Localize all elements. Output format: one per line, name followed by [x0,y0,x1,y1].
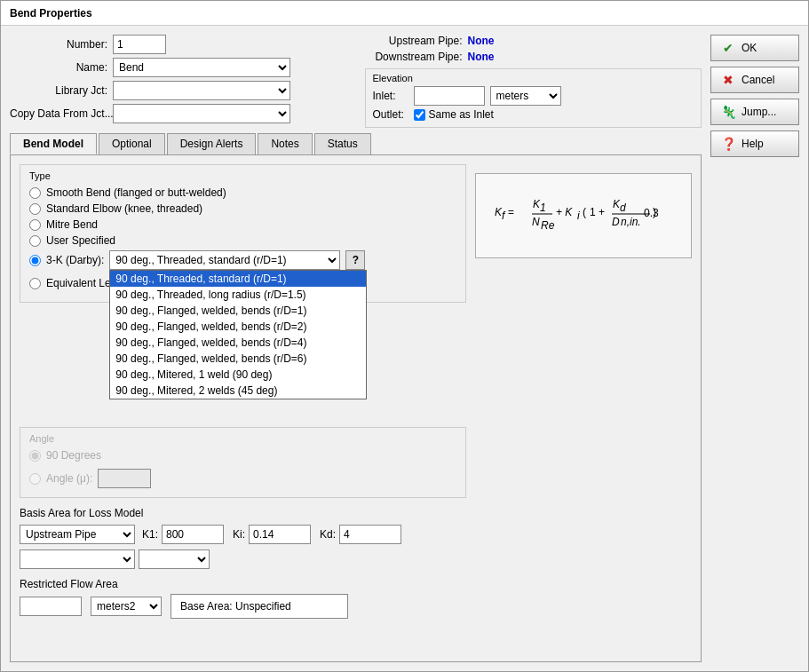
dropdown-item-7[interactable]: 90 deg., Mitered, 2 welds (45 deg) [110,383,366,399]
svg-text:(: ( [583,206,586,218]
library-jct-select[interactable] [113,81,290,100]
base-area-text: Base Area: Unspecified [180,600,291,613]
k1-field: K1: [142,525,224,544]
window: Bend Properties Number: Name: Bend [0,0,809,672]
main-area: Number: Name: Bend Library Jct: [10,35,702,662]
svg-text:): ) [653,206,656,218]
angle-group: Angle 90 Degrees Angle (μ): [20,427,466,498]
basis-area-second-row [20,549,466,569]
basis-area: Basis Area for Loss Model Upstream Pipe … [20,507,466,569]
dropdown-item-1[interactable]: 90 deg., Threaded, long radius (r/D=1.5) [110,287,366,303]
basis-area-select[interactable]: Upstream Pipe [20,525,135,544]
inlet-input[interactable] [414,86,485,106]
svg-text:1 +: 1 + [590,206,605,218]
tab-optional[interactable]: Optional [99,133,165,154]
mitre-bend-radio[interactable] [29,219,41,231]
buttons-panel: ✔ OK ✖ Cancel 🦎 Jump... ❓ Help [710,35,799,662]
restricted-flow-input[interactable] [20,597,82,616]
help-icon: ❓ [720,136,736,152]
cancel-label: Cancel [742,74,774,86]
copy-data-select[interactable] [113,104,290,123]
ok-label: OK [742,42,757,54]
standard-elbow-radio[interactable] [29,203,41,215]
svg-text:0.3: 0.3 [644,207,659,219]
dropdown-item-4[interactable]: 90 deg., Flanged, welded, bends (r/D=4) [110,335,366,351]
upstream-pipe-value: None [468,35,521,47]
k1-input[interactable] [162,525,224,544]
3k-darby-label: 3-K (Darby): [46,254,104,266]
k-values-row: K1: Ki: Kd: [142,525,401,544]
name-select[interactable]: Bend [113,58,290,77]
upstream-row: Upstream Pipe: None [365,35,702,47]
copy-data-row: Copy Data From Jct... [10,104,347,123]
dropdown-item-5[interactable]: 90 deg., Flanged, welded, bends (r/D=6) [110,351,366,367]
angle-mu-radio[interactable] [29,473,41,485]
elevation-group: Elevation Inlet: meters Outlet: [365,68,702,128]
bend-model-inner: Type Smooth Bend (flanged or butt-welded… [20,164,692,619]
downstream-row: Downstream Pipe: None [365,51,702,63]
basis-area-sub-select[interactable] [20,549,135,569]
right-form: Upstream Pipe: None Downstream Pipe: Non… [365,35,702,128]
same-as-inlet-checkbox[interactable] [414,109,425,121]
tab-design-alerts[interactable]: Design Alerts [167,133,257,154]
jump-button[interactable]: 🦎 Jump... [710,99,799,125]
formula-box: Kf = K 1 N Re + K [475,173,692,258]
90-degrees-radio[interactable] [29,450,41,462]
3k-darby-row: 3-K (Darby): 90 deg., Threaded, standard… [29,250,456,270]
kd-input[interactable] [339,525,401,544]
kd-field: Kd: [320,525,401,544]
inlet-unit-select[interactable]: meters [490,86,561,106]
restricted-flow-unit-select[interactable]: meters2 [91,597,162,616]
dropdown-item-3[interactable]: 90 deg., Flanged, welded, bends (r/D=2) [110,319,366,335]
basis-area-row: Upstream Pipe K1: Ki: [20,525,466,544]
standard-elbow-label: Standard Elbow (knee, threaded) [46,202,202,215]
svg-text:n,in.: n,in. [621,216,641,228]
upstream-pipe-label: Upstream Pipe: [365,35,463,47]
tab-content: Type Smooth Bend (flanged or butt-welded… [10,155,702,662]
smooth-bend-radio[interactable] [29,187,41,199]
3k-darby-select[interactable]: 90 deg., Threaded, standard (r/D=1) [109,250,340,270]
number-label: Number: [10,38,107,51]
tab-status[interactable]: Status [314,133,371,154]
ki-input[interactable] [249,525,311,544]
tab-bend-model[interactable]: Bend Model [10,133,97,154]
user-specified-radio[interactable] [29,235,41,247]
bend-model-right: Kf = K 1 N Re + K [475,164,692,619]
angle-mu-input[interactable] [98,469,151,488]
basis-area-unit-select[interactable] [139,549,210,569]
downstream-pipe-label: Downstream Pipe: [365,51,463,63]
svg-text:Kf =: Kf = [495,206,514,222]
smooth-bend-row: Smooth Bend (flanged or butt-welded) [29,186,456,199]
svg-text:1: 1 [540,202,546,214]
number-input[interactable] [113,35,166,54]
type-title: Type [29,170,456,181]
dropdown-item-6[interactable]: 90 deg., Mitered, 1 weld (90 deg) [110,367,366,383]
angle-mu-label: Angle (μ): [46,472,92,485]
90-degrees-row: 90 Degrees [29,449,456,462]
equiv-length-radio[interactable] [29,278,41,289]
kd-label: Kd: [320,528,336,541]
cancel-button[interactable]: ✖ Cancel [710,67,799,93]
formula-svg: Kf = K 1 N Re + K [490,185,677,247]
ki-field: Ki: [233,525,311,544]
dropdown-item-0[interactable]: 90 deg., Threaded, standard (r/D=1) [110,271,366,287]
3k-dropdown-container: 90 deg., Threaded, standard (r/D=1) 90 d… [109,250,340,270]
smooth-bend-label: Smooth Bend (flanged or butt-welded) [46,186,226,199]
bend-model-left: Type Smooth Bend (flanged or butt-welded… [20,164,466,619]
svg-text:+ K: + K [556,206,573,218]
dropdown-item-2[interactable]: 90 deg., Flanged, welded, bends (r/D=1) [110,303,366,319]
restricted-flow-area: Restricted Flow Area meters2 Base Area: … [20,578,466,619]
base-area-box: Base Area: Unspecified [171,594,348,619]
ok-button[interactable]: ✔ OK [710,35,799,61]
copy-data-label: Copy Data From Jct... [10,107,107,120]
k1-label: K1: [142,528,158,541]
angle-title: Angle [29,433,456,444]
3k-darby-radio[interactable] [29,255,41,266]
help-button[interactable]: ❓ Help [710,130,799,157]
same-as-inlet-row: Same as Inlet [414,108,494,121]
user-specified-row: User Specified [29,234,456,247]
help-label: Help [742,138,764,150]
standard-elbow-row: Standard Elbow (knee, threaded) [29,202,456,215]
3k-help-button[interactable]: ? [345,250,365,270]
tab-notes[interactable]: Notes [258,133,312,154]
